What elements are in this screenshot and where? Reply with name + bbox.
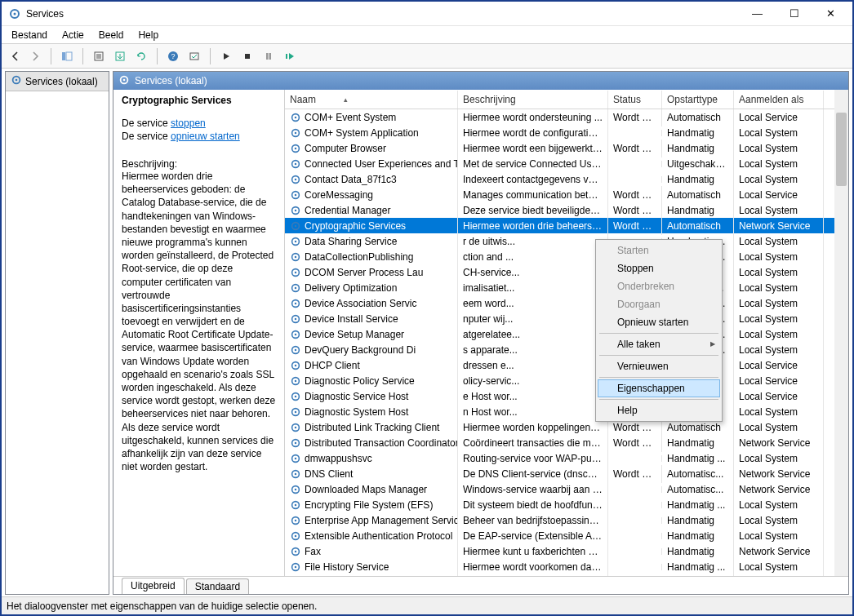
col-header-status[interactable]: Status — [608, 91, 662, 109]
service-row[interactable]: Enterprise App Management ServiceBeheer … — [285, 512, 848, 528]
service-row[interactable]: Delivery Optimizationimalisatiet...Autom… — [285, 280, 848, 295]
svg-rect-15 — [286, 54, 287, 59]
service-row[interactable]: DataCollectionPublishingction and ...Han… — [285, 249, 848, 264]
list-body[interactable]: COM+ Event SystemHiermee wordt ondersteu… — [285, 109, 848, 576]
right-header-title: Services (lokaal) — [135, 75, 207, 86]
stop-service-button[interactable] — [238, 47, 256, 65]
show-hide-tree-button[interactable] — [58, 47, 76, 65]
svg-point-61 — [295, 426, 296, 428]
ctx-resume[interactable]: Doorgaan — [598, 295, 720, 313]
col-header-name[interactable]: Naam▴ — [285, 91, 458, 109]
vertical-scrollbar[interactable] — [834, 90, 848, 576]
service-row[interactable]: dmwappushsvcRouting-service voor WAP-pus… — [285, 450, 848, 466]
service-row[interactable]: COM+ Event SystemHiermee wordt ondersteu… — [285, 109, 848, 125]
svg-point-71 — [295, 503, 296, 505]
service-row[interactable]: CoreMessagingManages communication betwe… — [285, 187, 848, 202]
back-button[interactable] — [7, 47, 24, 65]
service-row[interactable]: Distributed Link Tracking ClientHiermee … — [285, 419, 848, 435]
service-row[interactable]: Distributed Transaction CoordinatorCoörd… — [285, 435, 848, 450]
service-row[interactable]: DCOM Server Process LauCH-service...Word… — [285, 264, 848, 280]
forward-button[interactable] — [26, 47, 44, 65]
properties-button[interactable] — [90, 47, 108, 65]
service-row[interactable]: Diagnostic Service Hoste Host wor...Word… — [285, 388, 848, 404]
separator — [599, 333, 718, 334]
service-row[interactable]: File History ServiceHiermee wordt voorko… — [285, 559, 848, 574]
service-row[interactable]: COM+ System ApplicationHiermee wordt de … — [285, 125, 848, 140]
service-row[interactable]: Device Association Serviceem word...Hand… — [285, 295, 848, 311]
svg-point-69 — [295, 488, 296, 490]
ctx-help[interactable]: Help — [598, 401, 720, 419]
maximize-button[interactable]: ☐ — [776, 2, 812, 25]
action-button[interactable] — [185, 47, 203, 65]
svg-point-79 — [295, 565, 296, 567]
col-header-startup[interactable]: Opstarttype — [662, 91, 734, 109]
restart-service-link[interactable]: opnieuw starten — [171, 131, 240, 142]
svg-point-27 — [295, 162, 296, 164]
service-row[interactable]: DHCP Clientdressen e...Wordt ui...Automa… — [285, 357, 848, 373]
description-label: Beschrijving: — [122, 158, 276, 170]
menu-file[interactable]: Bestand — [5, 28, 54, 42]
service-row[interactable]: FaxHiermee kunt u faxberichten ve...Hand… — [285, 543, 848, 559]
cell-status — [608, 176, 662, 183]
svg-point-35 — [295, 224, 296, 226]
bottom-tabs: Uitgebreid Standaard — [113, 576, 848, 594]
service-row[interactable]: Device Install Servicenputer wij...Handm… — [285, 311, 848, 326]
cell-status — [608, 548, 662, 555]
export-button[interactable] — [111, 47, 129, 65]
start-service-button[interactable] — [217, 47, 235, 65]
menu-help[interactable]: Help — [131, 28, 165, 42]
pause-service-button[interactable] — [260, 47, 278, 65]
ctx-properties[interactable]: Eigenschappen — [598, 379, 720, 397]
service-row[interactable]: Credential ManagerDeze service biedt bev… — [285, 202, 848, 218]
right-pane-header: Services (lokaal) — [113, 72, 848, 90]
svg-point-57 — [295, 395, 296, 397]
description-text: Hiermee worden drie beheerservices gebod… — [122, 170, 276, 473]
toolbar: ? — [2, 44, 852, 69]
scrollbar-thumb[interactable] — [836, 113, 847, 186]
gear-icon — [8, 7, 21, 20]
service-row[interactable]: Contact Data_87f1c3Indexeert contactgege… — [285, 171, 848, 187]
cell-status: Wordt ui... — [608, 109, 662, 126]
restart-service-button[interactable] — [281, 47, 299, 65]
service-row[interactable]: Cryptographic ServicesHiermee worden dri… — [285, 218, 848, 233]
service-row[interactable]: Connected User Experiences and T...Met d… — [285, 156, 848, 171]
col-header-description[interactable]: Beschrijving — [458, 91, 608, 109]
tab-extended[interactable]: Uitgebreid — [122, 578, 185, 594]
refresh-button[interactable] — [132, 47, 150, 65]
service-row[interactable]: Computer BrowserHiermee wordt een bijgew… — [285, 140, 848, 156]
service-row[interactable]: Diagnostic Policy Serviceolicy-servic...… — [285, 373, 848, 388]
ctx-restart[interactable]: Opnieuw starten — [598, 313, 720, 331]
svg-point-21 — [295, 116, 296, 117]
service-row[interactable]: Downloaded Maps ManagerWindows-service w… — [285, 481, 848, 497]
ctx-all-tasks[interactable]: Alle taken — [598, 335, 720, 353]
col-header-logon[interactable]: Aanmelden als — [734, 91, 824, 109]
minimize-button[interactable]: — — [739, 2, 776, 25]
menu-action[interactable]: Actie — [56, 28, 91, 42]
svg-point-63 — [295, 441, 296, 443]
svg-point-47 — [295, 317, 296, 319]
stop-service-link[interactable]: stoppen — [171, 117, 206, 129]
svg-point-25 — [295, 147, 296, 148]
service-row[interactable]: Encrypting File System (EFS)Dit systeem … — [285, 497, 848, 512]
service-row[interactable]: DevQuery Background Dis apparate...Handm… — [285, 342, 848, 357]
separator — [599, 355, 718, 356]
tree-root-services-local[interactable]: Services (lokaal) — [6, 72, 109, 91]
menu-view[interactable]: Beeld — [92, 28, 131, 42]
ctx-refresh[interactable]: Vernieuwen — [598, 357, 720, 375]
help-button[interactable]: ? — [164, 47, 182, 65]
service-row[interactable]: Extensible Authentication ProtocolDe EAP… — [285, 528, 848, 543]
stop-service-line: De service stoppen — [122, 117, 276, 129]
svg-rect-3 — [66, 52, 72, 60]
svg-point-17 — [16, 79, 18, 82]
service-row[interactable]: Data Sharing Servicer de uitwis...Handma… — [285, 233, 848, 249]
ctx-stop[interactable]: Stoppen — [598, 259, 720, 277]
ctx-pause[interactable]: Onderbreken — [598, 277, 720, 295]
close-button[interactable]: ✕ — [812, 2, 849, 25]
svg-point-19 — [123, 78, 126, 81]
svg-point-31 — [295, 193, 296, 195]
tab-standard[interactable]: Standaard — [186, 578, 249, 594]
service-row[interactable]: Device Setup Manageratgerelatee...Handma… — [285, 326, 848, 342]
ctx-start[interactable]: Starten — [598, 242, 720, 259]
service-row[interactable]: DNS ClientDe DNS Client-service (dnscach… — [285, 466, 848, 481]
service-row[interactable]: Diagnostic System Hostn Host wor...Wordt… — [285, 404, 848, 419]
